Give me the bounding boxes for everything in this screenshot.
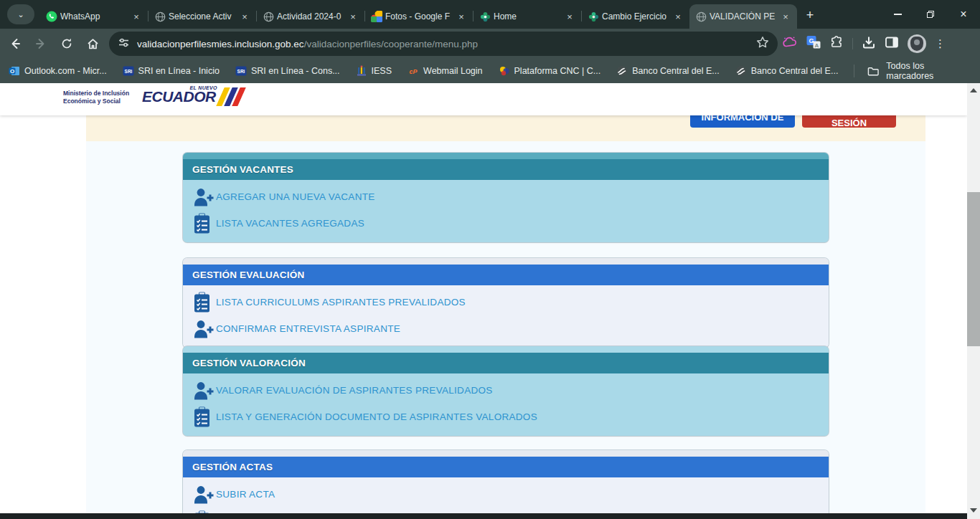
menu-item-confirmar-entrevista[interactable]: CONFIRMAR ENTREVISTA ASPIRANTE [183, 315, 829, 342]
clipboard-list-icon [193, 213, 216, 234]
svg-text:A: A [815, 42, 819, 49]
tab-close-icon[interactable]: × [780, 11, 791, 22]
bookmark-outlook[interactable]: O Outlook.com - Micr... [9, 65, 107, 77]
ministry-line1: Ministerio de Inclusión [63, 90, 129, 97]
chrome-menu-icon[interactable]: ⋮ [935, 37, 946, 50]
ecuador-flag-stripes [220, 87, 242, 106]
tab-home[interactable]: Home × [473, 4, 581, 29]
tab-bar: ⌄ WhatsApp × Seleccione Activ × [0, 0, 980, 29]
new-tab-button[interactable]: + [801, 6, 819, 24]
bookmark-banco-central-1[interactable]: Banco Central del E... [616, 65, 720, 77]
tab-close-icon[interactable]: × [456, 11, 467, 22]
close-window-button[interactable]: × [947, 0, 980, 29]
menu-item-lista-generacion-documento[interactable]: LISTA Y GENERACIÓN DOCUMENTO DE ASPIRANT… [183, 404, 829, 430]
pink-cloud-extension-icon[interactable] [782, 35, 798, 52]
tab-search-button[interactable]: ⌄ [7, 4, 34, 24]
address-bar[interactable]: validacionperfilesmies.inclusion.gob.ec/… [109, 32, 778, 56]
person-plus-icon [193, 485, 216, 505]
bookmark-label: Banco Central del E... [751, 66, 839, 76]
tab-fotos-google[interactable]: Fotos - Google F × [365, 4, 473, 29]
person-plus-icon [193, 381, 216, 401]
menu-item-valorar-evaluacion[interactable]: VALORAR EVALUACIÓN DE ASPIRANTES PREVALI… [183, 377, 829, 404]
google-translate-icon[interactable]: GA [806, 35, 821, 52]
tab-seleccione-actividad[interactable]: Seleccione Activ × [149, 4, 256, 29]
side-panel-icon[interactable] [885, 35, 899, 52]
downloads-icon[interactable] [862, 35, 876, 52]
tab-title: Home [494, 11, 561, 22]
avatar-image-detail [914, 39, 920, 45]
section-top-strip [183, 346, 829, 353]
menu-link[interactable]: SUBIR ACTA [216, 489, 275, 500]
bookmark-webmail[interactable]: cP Webmail Login [407, 65, 482, 77]
tab-title: Actividad 2024-0 [277, 11, 344, 22]
tab-close-icon[interactable]: × [131, 11, 142, 22]
restore-button[interactable] [914, 0, 947, 29]
menu-link[interactable]: LISTA CURRICULUMS ASPIRANTES PREVALIDADO… [216, 297, 466, 308]
menu-item-lista-vacantes[interactable]: LISTA VACANTES AGREGADAS [183, 210, 829, 237]
menu-item-agregar-vacante[interactable]: AGREGAR UNA NUEVA VACANTE [183, 184, 829, 210]
bookmark-sri-inicio[interactable]: SRi SRI en Línea - Inicio [123, 65, 220, 77]
scroll-up-arrow-icon[interactable] [970, 88, 977, 92]
scroll-down-arrow-icon[interactable] [970, 508, 977, 513]
page-toolbar-band [86, 115, 925, 141]
sri-icon: SRi [235, 65, 247, 77]
bce-globe-icon [735, 65, 747, 77]
url-path: /validacionperfiles/cooperante/menu.php [304, 39, 478, 49]
green-flower-icon [588, 11, 599, 22]
tab-whatsapp[interactable]: WhatsApp × [40, 4, 148, 29]
tab-actividad-2024[interactable]: Actividad 2024-0 × [257, 4, 364, 29]
bookmark-star-icon[interactable] [756, 36, 769, 52]
section-top-strip [183, 258, 829, 265]
outlook-icon: O [9, 65, 20, 77]
reload-button[interactable] [56, 33, 77, 54]
tab-close-icon[interactable]: × [347, 11, 359, 22]
tab-title: Cambio Ejercicio [602, 11, 669, 22]
back-button[interactable] [4, 33, 26, 54]
site-settings-icon[interactable] [118, 37, 130, 52]
web-page: INFORMACIÓN DE CERRAR SESIÓN GESTIÓN VAC… [0, 83, 967, 519]
tab-strip: WhatsApp × Seleccione Activ × Actividad … [40, 0, 797, 29]
bce-globe-icon [616, 65, 628, 77]
home-button[interactable] [82, 33, 103, 54]
menu-link[interactable]: LISTA Y GENERACIÓN DOCUMENTO DE ASPIRANT… [216, 411, 537, 422]
close-icon: × [960, 8, 966, 21]
menu-link[interactable]: CONFIRMAR ENTREVISTA ASPIRANTE [216, 323, 400, 334]
extensions-puzzle-icon[interactable] [829, 35, 844, 52]
svg-text:SRi: SRi [237, 69, 245, 74]
bottom-window-edge [0, 513, 967, 519]
forward-button[interactable] [30, 33, 52, 54]
bookmark-iess[interactable]: IESS [356, 65, 392, 77]
tab-close-icon[interactable]: × [564, 11, 575, 22]
tab-close-icon[interactable]: × [672, 11, 684, 22]
all-bookmarks-label: Todos los marcadores [886, 61, 971, 81]
bookmark-label: Webmail Login [423, 66, 482, 76]
tab-cambio-ejercicio[interactable]: Cambio Ejercicio × [582, 4, 689, 29]
minimize-button[interactable] [881, 0, 914, 29]
url-text: validacionperfilesmies.inclusion.gob.ec/… [137, 39, 756, 49]
chevron-down-icon: ⌄ [17, 10, 24, 19]
bookmark-sri-consultas[interactable]: SRi SRI en Línea - Cons... [235, 65, 340, 77]
all-bookmarks[interactable]: Todos los marcadores [854, 61, 971, 81]
section-body: LISTA CURRICULUMS ASPIRANTES PREVALIDADO… [183, 285, 829, 348]
bookmark-plataforma-cnc[interactable]: Plataforma CNC | C... [499, 65, 601, 77]
section-title: GESTIÓN VALORACIÓN [183, 353, 829, 373]
menu-link[interactable]: AGREGAR UNA NUEVA VACANTE [216, 191, 375, 202]
tab-close-icon[interactable]: × [239, 11, 250, 22]
menu-item-subir-acta[interactable]: SUBIR ACTA [183, 481, 829, 508]
scrollbar-thumb[interactable] [967, 192, 980, 346]
browser-toolbar: validacionperfilesmies.inclusion.gob.ec/… [0, 29, 980, 59]
menu-link[interactable]: VALORAR EVALUACIÓN DE ASPIRANTES PREVALI… [216, 385, 493, 396]
tab-validacion-perfiles-active[interactable]: VALIDACIÓN PE × [689, 4, 797, 29]
section-title: GESTIÓN EVALUACIÓN [183, 265, 829, 285]
globe-icon [154, 11, 166, 22]
section-body: AGREGAR UNA NUEVA VACANTE LISTA VACANTES… [183, 180, 829, 242]
profile-avatar[interactable] [908, 34, 926, 53]
bookmark-banco-central-2[interactable]: Banco Central del E... [735, 65, 839, 77]
section-gestion-actas: GESTIÓN ACTAS SUBIR ACTA VER ACTAS SUBID… [183, 450, 829, 519]
ministry-logo-text: Ministerio de Inclusión Económica y Soci… [63, 90, 129, 105]
tab-title: WhatsApp [60, 11, 128, 22]
menu-item-lista-curriculums[interactable]: LISTA CURRICULUMS ASPIRANTES PREVALIDADO… [183, 289, 829, 315]
menu-link[interactable]: LISTA VACANTES AGREGADAS [216, 218, 364, 229]
minimize-icon [894, 14, 902, 15]
page-scrollbar[interactable] [967, 83, 980, 519]
